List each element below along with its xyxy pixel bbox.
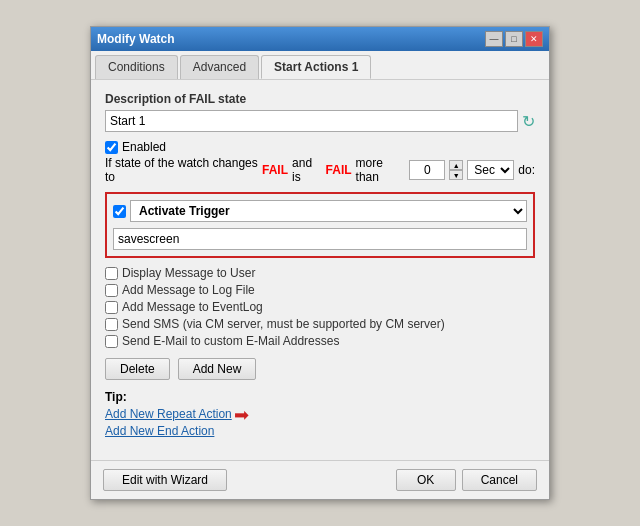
fail-middle: and is [292, 156, 322, 184]
delete-button[interactable]: Delete [105, 358, 170, 380]
action-item-1[interactable]: Add Message to Log File [105, 283, 535, 297]
trigger-dropdown[interactable]: Activate Trigger [130, 200, 527, 222]
footer: Edit with Wizard OK Cancel [91, 460, 549, 499]
refresh-icon[interactable]: ↻ [522, 112, 535, 131]
fail-count-input[interactable] [409, 160, 445, 180]
close-button[interactable]: ✕ [525, 31, 543, 47]
tip-section: Tip: Add New Repeat Action ➡ Add New End… [105, 390, 535, 438]
action-label-1: Add Message to Log File [122, 283, 255, 297]
action-label-4: Send E-Mail to custom E-Mail Addresses [122, 334, 339, 348]
wizard-button[interactable]: Edit with Wizard [103, 469, 227, 491]
footer-right: OK Cancel [396, 469, 537, 491]
action-label-3: Send SMS (via CM server, must be support… [122, 317, 445, 331]
tip-link-row-0: Add New Repeat Action ➡ [105, 406, 535, 424]
fail-text-1: FAIL [262, 163, 288, 177]
action-list: Display Message to User Add Message to L… [105, 266, 535, 348]
action-checkbox-4[interactable] [105, 335, 118, 348]
main-window: Modify Watch — □ ✕ Conditions Advanced S… [90, 26, 550, 500]
ok-button[interactable]: OK [396, 469, 456, 491]
tab-start-actions[interactable]: Start Actions 1 [261, 55, 371, 79]
maximize-button[interactable]: □ [505, 31, 523, 47]
tab-advanced[interactable]: Advanced [180, 55, 259, 79]
content-area: Description of FAIL state ↻ Enabled If s… [91, 80, 549, 460]
action-item-2[interactable]: Add Message to EventLog [105, 300, 535, 314]
fail-prefix: If state of the watch changes to [105, 156, 258, 184]
window-title: Modify Watch [97, 32, 175, 46]
spin-up-button[interactable]: ▲ [449, 160, 463, 170]
enabled-label: Enabled [122, 140, 166, 154]
spin-down-button[interactable]: ▼ [449, 170, 463, 180]
action-buttons-row: Delete Add New [105, 358, 535, 380]
spinner-box: ▲ ▼ [449, 160, 463, 180]
description-row: ↻ [105, 110, 535, 132]
trigger-box: Activate Trigger [105, 192, 535, 258]
unit-select[interactable]: Sec Min Hr [467, 160, 514, 180]
action-item-0[interactable]: Display Message to User [105, 266, 535, 280]
action-checkbox-3[interactable] [105, 318, 118, 331]
action-checkbox-2[interactable] [105, 301, 118, 314]
title-bar: Modify Watch — □ ✕ [91, 27, 549, 51]
tip-link-0[interactable]: Add New Repeat Action [105, 407, 232, 421]
description-input[interactable] [105, 110, 518, 132]
cancel-button[interactable]: Cancel [462, 469, 537, 491]
enabled-checkbox-label[interactable]: Enabled [105, 140, 535, 154]
minimize-button[interactable]: — [485, 31, 503, 47]
action-item-3[interactable]: Send SMS (via CM server, must be support… [105, 317, 535, 331]
description-label: Description of FAIL state [105, 92, 535, 106]
tip-label: Tip: [105, 390, 535, 404]
add-new-button[interactable]: Add New [178, 358, 257, 380]
tab-conditions[interactable]: Conditions [95, 55, 178, 79]
action-item-4[interactable]: Send E-Mail to custom E-Mail Addresses [105, 334, 535, 348]
action-checkbox-1[interactable] [105, 284, 118, 297]
fail-text-2: FAIL [326, 163, 352, 177]
trigger-row: Activate Trigger [113, 200, 527, 222]
action-label-0: Display Message to User [122, 266, 255, 280]
title-controls: — □ ✕ [485, 31, 543, 47]
tabs-bar: Conditions Advanced Start Actions 1 [91, 51, 549, 80]
fail-more-than: more than [356, 156, 406, 184]
enabled-checkbox[interactable] [105, 141, 118, 154]
fail-suffix: do: [518, 163, 535, 177]
action-checkbox-0[interactable] [105, 267, 118, 280]
arrow-icon: ➡ [234, 406, 249, 424]
action-label-2: Add Message to EventLog [122, 300, 263, 314]
fail-row: If state of the watch changes to FAIL an… [105, 156, 535, 184]
trigger-checkbox[interactable] [113, 205, 126, 218]
trigger-input[interactable] [113, 228, 527, 250]
tip-link-1[interactable]: Add New End Action [105, 424, 535, 438]
